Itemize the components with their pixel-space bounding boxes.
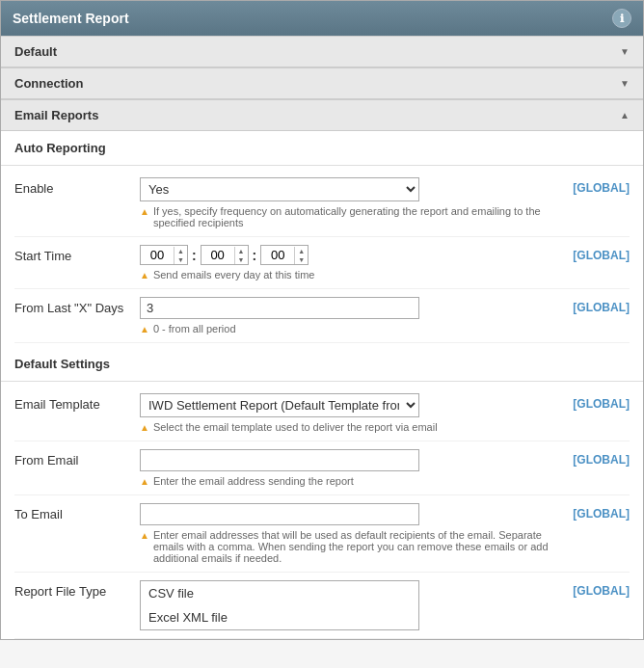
hour-input-group: ▲ ▼: [140, 245, 188, 265]
email-template-select[interactable]: IWD Settlement Report (Default Template …: [140, 393, 419, 417]
hint-triangle-icon-4: ▲: [140, 422, 149, 433]
email-template-row: Email Template IWD Settlement Report (De…: [14, 386, 630, 441]
to-email-label: To Email: [14, 503, 140, 521]
report-file-type-content: CSV file Excel XML file: [140, 580, 572, 630]
hour-spinner: ▲ ▼: [174, 247, 187, 264]
email-template-global[interactable]: [GLOBAL]: [572, 393, 630, 411]
email-template-content: IWD Settlement Report (Default Template …: [140, 393, 572, 433]
email-reports-content: Auto Reporting Enable Yes No ▲ If yes, s…: [1, 131, 643, 639]
auto-reporting-title: Auto Reporting: [1, 131, 643, 161]
hint-triangle-icon: ▲: [140, 206, 149, 217]
enable-content: Yes No ▲ If yes, specify frequency on au…: [140, 177, 572, 228]
section-label-default: Default: [14, 44, 57, 59]
chevron-down-icon-connection: ▼: [620, 78, 630, 89]
report-file-type-global[interactable]: [GLOBAL]: [572, 580, 630, 598]
time-separator-2: :: [253, 248, 257, 263]
from-email-hint: ▲ Enter the email address sending the re…: [140, 475, 572, 487]
minute-up-icon[interactable]: ▲: [235, 247, 248, 255]
second-input[interactable]: [261, 246, 294, 264]
second-spinner: ▲ ▼: [294, 247, 308, 264]
window-title: Settlement Report: [13, 11, 129, 26]
start-time-row: Start Time ▲ ▼ :: [14, 237, 630, 289]
info-icon[interactable]: ℹ: [612, 9, 631, 28]
to-email-global[interactable]: [GLOBAL]: [572, 503, 630, 521]
to-email-row: To Email ▲ Enter email addresses that wi…: [14, 495, 630, 573]
report-file-type-listbox: CSV file Excel XML file: [140, 580, 419, 630]
listbox-item-excel[interactable]: Excel XML file: [141, 605, 418, 629]
enable-global[interactable]: [GLOBAL]: [572, 177, 630, 195]
default-settings-title: Default Settings: [1, 347, 643, 377]
second-up-icon[interactable]: ▲: [295, 247, 308, 255]
to-email-input[interactable]: [140, 503, 419, 525]
start-time-global[interactable]: [GLOBAL]: [572, 245, 630, 262]
start-time-content: ▲ ▼ : ▲ ▼ :: [140, 245, 572, 281]
from-last-x-days-global[interactable]: [GLOBAL]: [572, 297, 630, 314]
minute-down-icon[interactable]: ▼: [235, 255, 248, 264]
hint-triangle-icon-6: ▲: [140, 530, 149, 541]
from-email-content: ▲ Enter the email address sending the re…: [140, 449, 572, 487]
minute-spinner: ▲ ▼: [234, 247, 248, 264]
to-email-content: ▲ Enter email addresses that will be use…: [140, 503, 572, 564]
from-email-row: From Email ▲ Enter the email address sen…: [14, 441, 630, 495]
hour-input[interactable]: [141, 246, 174, 264]
report-file-type-row: Report File Type CSV file Excel XML file…: [14, 573, 630, 639]
from-email-input[interactable]: [140, 449, 419, 471]
section-header-connection[interactable]: Connection ▼: [1, 67, 643, 99]
from-last-x-days-content: ▲ 0 - from all period: [140, 297, 572, 334]
from-last-x-days-hint: ▲ 0 - from all period: [140, 323, 572, 334]
minute-input[interactable]: [201, 246, 234, 264]
title-bar: Settlement Report ℹ: [1, 1, 643, 36]
hour-up-icon[interactable]: ▲: [174, 247, 187, 255]
email-template-label: Email Template: [14, 393, 140, 412]
second-input-group: ▲ ▼: [260, 245, 309, 265]
from-last-x-days-row: From Last "X" Days ▲ 0 - from all period…: [14, 289, 630, 343]
to-email-hint: ▲ Enter email addresses that will be use…: [140, 529, 572, 564]
from-email-label: From Email: [14, 449, 140, 468]
default-settings-section: Default Settings Email Template IWD Sett…: [1, 347, 643, 639]
listbox-item-csv[interactable]: CSV file: [141, 581, 418, 605]
enable-label: Enable: [14, 177, 140, 196]
enable-hint: ▲ If yes, specify frequency on automatic…: [140, 205, 572, 228]
time-separator-1: :: [192, 248, 197, 263]
section-header-default[interactable]: Default ▼: [1, 36, 643, 67]
hour-down-icon[interactable]: ▼: [174, 255, 187, 264]
time-inputs: ▲ ▼ : ▲ ▼ :: [140, 245, 572, 265]
minute-input-group: ▲ ▼: [201, 245, 249, 265]
second-down-icon[interactable]: ▼: [295, 255, 308, 264]
from-last-x-days-label: From Last "X" Days: [14, 297, 140, 315]
hint-triangle-icon-5: ▲: [140, 476, 149, 487]
from-email-global[interactable]: [GLOBAL]: [572, 449, 630, 467]
enable-row: Enable Yes No ▲ If yes, specify frequenc…: [14, 170, 630, 237]
settings-window: Settlement Report ℹ Default ▼ Connection…: [0, 0, 644, 640]
chevron-up-icon-email-reports: ▲: [620, 110, 630, 120]
default-settings-form: Email Template IWD Settlement Report (De…: [1, 386, 643, 639]
section-label-email-reports: Email Reports: [14, 108, 98, 122]
auto-reporting-form: Enable Yes No ▲ If yes, specify frequenc…: [1, 170, 643, 343]
report-file-type-label: Report File Type: [14, 580, 140, 599]
hint-triangle-icon-3: ▲: [140, 324, 149, 334]
email-template-hint: ▲ Select the email template used to deli…: [140, 421, 572, 433]
start-time-label: Start Time: [14, 245, 140, 263]
section-label-connection: Connection: [14, 76, 84, 91]
hint-triangle-icon-2: ▲: [140, 270, 149, 281]
chevron-down-icon-default: ▼: [620, 46, 630, 57]
enable-select[interactable]: Yes No: [140, 177, 419, 201]
start-time-hint: ▲ Send emails every day at this time: [140, 269, 572, 281]
section-header-email-reports[interactable]: Email Reports ▲: [1, 99, 643, 131]
from-last-x-days-input[interactable]: [140, 297, 419, 319]
